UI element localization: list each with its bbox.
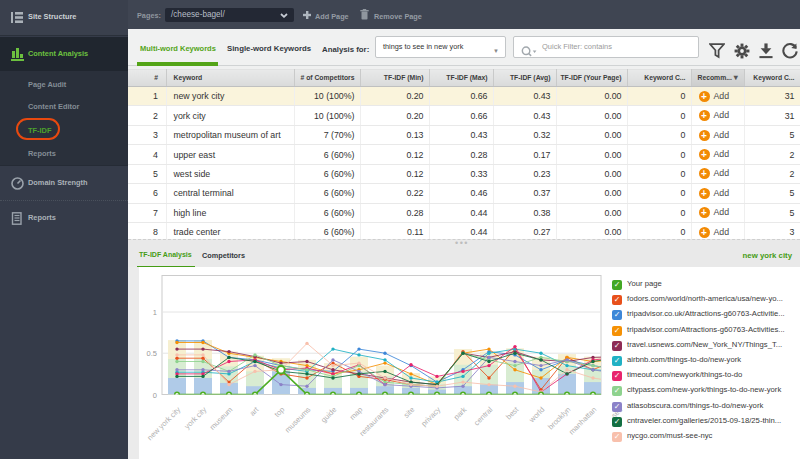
svg-text:central: central [472, 405, 495, 428]
svg-text:best: best [504, 404, 521, 421]
svg-text:0: 0 [153, 391, 157, 400]
svg-text:guide: guide [319, 405, 338, 424]
svg-text:manhattan: manhattan [567, 405, 598, 436]
svg-text:park: park [452, 405, 469, 422]
svg-text:top: top [273, 405, 287, 419]
svg-text:map: map [348, 405, 365, 422]
svg-text:0.5: 0.5 [147, 349, 157, 358]
svg-text:museum: museum [208, 405, 235, 432]
svg-text:york city: york city [183, 405, 209, 431]
svg-text:art: art [248, 404, 261, 417]
svg-text:museums: museums [283, 405, 313, 435]
svg-text:1: 1 [153, 308, 157, 317]
svg-text:privacy: privacy [419, 405, 442, 428]
svg-text:new york city: new york city [145, 405, 182, 442]
svg-text:world: world [527, 405, 547, 425]
svg-text:site: site [402, 405, 417, 420]
